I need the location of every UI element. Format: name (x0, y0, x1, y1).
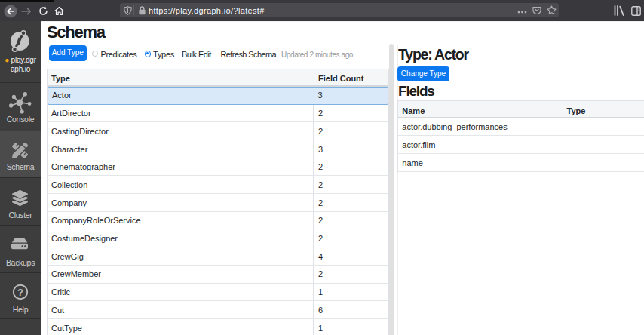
svg-text:?: ? (17, 287, 23, 298)
